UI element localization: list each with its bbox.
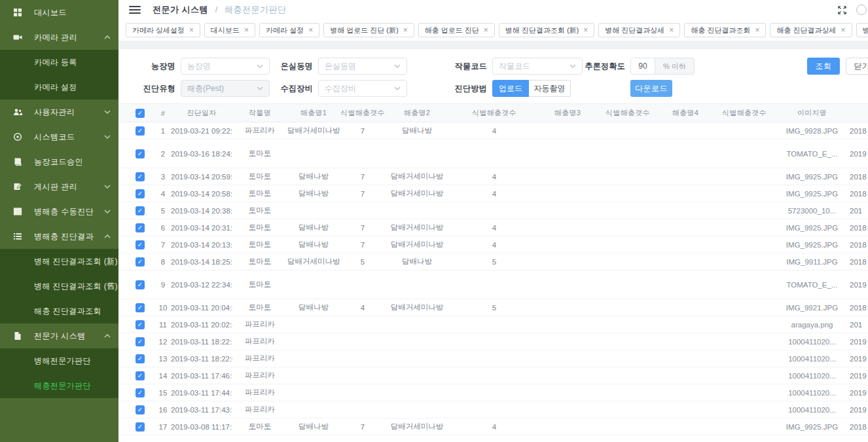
tab[interactable]: 해충 진단결과상세× — [770, 23, 852, 37]
tab-close-icon[interactable]: × — [583, 26, 588, 34]
cell-pest3 — [540, 202, 595, 219]
sidebar-subitem[interactable]: 카메라 등록 — [0, 50, 118, 75]
row-checkbox[interactable]: ✓ — [136, 240, 145, 249]
cell-count2: 5 — [448, 299, 540, 316]
row-checkbox[interactable]: ✓ — [136, 371, 145, 380]
tab[interactable]: 병해 진단결과조회 (新)× — [499, 23, 594, 37]
cell-date: 2019-03-11 20:04:40 — [171, 299, 232, 316]
row-checkbox[interactable]: ✓ — [136, 223, 145, 232]
clipped-toolbar-icon[interactable] — [856, 5, 867, 15]
row-checkbox[interactable]: ✓ — [136, 337, 145, 346]
tab-close-icon[interactable]: × — [308, 26, 313, 34]
cell-no: 11 — [155, 316, 171, 333]
cell-checkbox: ✓ — [118, 299, 155, 316]
row-checkbox[interactable]: ✓ — [136, 149, 145, 158]
cell-pest3 — [540, 122, 595, 139]
cell-date: 2019-03-14 20:31:03 — [171, 219, 232, 236]
select-all-checkbox[interactable]: ✓ — [136, 109, 145, 118]
tab[interactable]: 병해 업로드 진단 (新)× — [323, 23, 414, 37]
sidebar-item-label: 사용자관리 — [34, 107, 104, 118]
sidebar-item[interactable]: 대시보드 — [0, 0, 118, 25]
tab-close-icon[interactable]: × — [669, 26, 674, 34]
hamburger-menu-icon[interactable] — [129, 6, 141, 14]
tab[interactable]: 카메라 상세설정× — [126, 23, 200, 37]
sidebar-item[interactable]: 농장코드승인 — [0, 149, 118, 174]
cell-checkbox: ✓ — [118, 367, 155, 384]
cell-date: 2019-03-21 09:22:00 — [171, 122, 232, 139]
cell-crop: 파프리카 — [232, 333, 287, 350]
breadcrumb-current[interactable]: 해충전문가판단 — [225, 5, 287, 14]
sidebar-subitem[interactable]: 병해전문가판단 — [0, 348, 118, 373]
cell-count4 — [710, 168, 778, 185]
tab[interactable]: 병해 진단결과상세× — [598, 23, 680, 37]
cell-count2: 4 — [448, 168, 540, 185]
cell-count1 — [340, 202, 386, 219]
sidebar-item[interactable]: 시스템코드 — [0, 124, 118, 149]
row-checkbox[interactable]: ✓ — [136, 280, 145, 289]
cell-pest3 — [540, 316, 595, 333]
close-button[interactable]: 닫기 — [846, 58, 868, 75]
method-auto-button[interactable]: 자동촬영 — [529, 80, 571, 97]
cell-count3 — [595, 333, 660, 350]
cell-crop: 파프리카 — [232, 316, 287, 333]
sidebar-subitem[interactable]: 병해 진단결과조회 (舊) — [0, 274, 118, 299]
sidebar-item-label: 전문가 시스템 — [34, 331, 104, 342]
row-checkbox[interactable]: ✓ — [136, 257, 145, 267]
row-checkbox[interactable]: ✓ — [136, 320, 145, 329]
cell-pest3 — [540, 299, 595, 316]
sidebar-subitem-active[interactable]: 해충전문가판단 — [0, 373, 118, 398]
sidebar-item[interactable]: 사용자관리 — [0, 100, 118, 124]
row-checkbox[interactable]: ✓ — [136, 422, 145, 432]
tab[interactable]: 병해전문가판단× — [856, 23, 868, 37]
sidebar-subitem[interactable]: 병해 진단결과조회 (新) — [0, 249, 118, 274]
row-checkbox[interactable]: ✓ — [136, 388, 145, 397]
tab[interactable]: 대시보드× — [204, 23, 255, 37]
cell-count3 — [595, 185, 660, 202]
cell-count4 — [710, 367, 778, 384]
row-checkbox[interactable]: ✓ — [136, 172, 145, 181]
diagnosis-type-value: 해충(Pest) — [187, 83, 224, 94]
accuracy-input[interactable] — [630, 58, 655, 75]
sidebar-item[interactable]: 병해충 수동진단 — [0, 199, 118, 224]
tab-close-icon[interactable]: × — [755, 26, 759, 34]
equipment-select[interactable]: 수집장비 — [318, 80, 407, 97]
row-checkbox[interactable]: ✓ — [136, 189, 145, 198]
diagnosis-type-select[interactable]: 해충(Pest) — [181, 80, 270, 97]
sidebar-item[interactable]: 게시판 관리 — [0, 174, 118, 199]
cell-pest4 — [660, 418, 710, 435]
search-button[interactable]: 조회 — [807, 58, 840, 75]
row-checkbox[interactable]: ✓ — [136, 126, 145, 136]
sidebar-item[interactable]: 전문가 시스템 — [0, 323, 118, 348]
download-button[interactable]: 다운로드 — [630, 80, 672, 97]
row-checkbox[interactable]: ✓ — [136, 206, 145, 215]
sidebar-subitem[interactable]: 해충 진단결과조회 — [0, 299, 118, 323]
crop-code-select[interactable]: 작물코드 — [492, 58, 583, 75]
tab-close-icon[interactable]: × — [403, 26, 408, 34]
crop-code-label: 작물코드 — [435, 58, 487, 75]
cell-pest2 — [386, 367, 448, 384]
tab[interactable]: 카메라 설정× — [259, 23, 319, 37]
tab[interactable]: 해충 진단결과조회× — [684, 23, 766, 37]
cell-checkbox: ✓ — [118, 168, 155, 185]
sidebar-item[interactable]: 카메라 관리 — [0, 25, 118, 50]
cell-date: 2019-03-11 18:22:20 — [171, 333, 232, 350]
cell-crop: 토마토 — [232, 299, 287, 316]
method-upload-button[interactable]: 업로드 — [492, 80, 529, 97]
sidebar-subitem[interactable]: 카메라 설정 — [0, 75, 118, 100]
cell-count2: 5 — [448, 253, 540, 270]
farm-name-select[interactable]: 농장명 — [181, 58, 270, 75]
row-checkbox[interactable]: ✓ — [136, 405, 145, 414]
fullscreen-icon[interactable] — [837, 5, 847, 15]
sidebar-item[interactable]: 병해충 진단결과 — [0, 224, 118, 249]
tab-close-icon[interactable]: × — [189, 26, 194, 34]
tab[interactable]: 해충 업로드 진단× — [418, 23, 495, 37]
row-checkbox[interactable]: ✓ — [136, 354, 145, 363]
greenhouse-select[interactable]: 온실동명 — [318, 58, 407, 75]
app-window: 대시보드카메라 관리카메라 등록카메라 설정사용자관리시스템코드농장코드승인게시… — [0, 0, 868, 442]
tab-close-icon[interactable]: × — [244, 26, 249, 34]
tab-close-icon[interactable]: × — [484, 26, 488, 34]
tab-close-icon[interactable]: × — [841, 26, 846, 34]
cell-pest3 — [540, 253, 595, 270]
cell-reg: 2019 — [846, 384, 868, 401]
row-checkbox[interactable]: ✓ — [136, 303, 145, 312]
